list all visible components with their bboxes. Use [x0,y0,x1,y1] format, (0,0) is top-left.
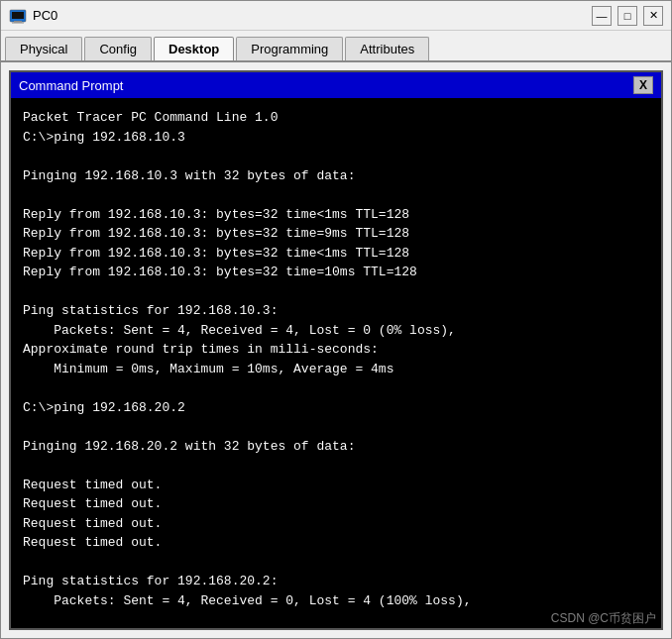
tab-physical[interactable]: Physical [5,37,82,60]
close-button[interactable]: ✕ [643,6,663,26]
title-bar: PC0 — □ ✕ [1,1,671,31]
window-icon [9,7,27,25]
window-title: PC0 [33,8,592,23]
cmd-title: Command Prompt [19,78,123,93]
cmd-body[interactable]: Packet Tracer PC Command Line 1.0 C:\>pi… [11,98,661,628]
cmd-output: Packet Tracer PC Command Line 1.0 C:\>pi… [23,108,649,628]
tab-config[interactable]: Config [84,37,152,60]
svg-rect-3 [12,22,24,23]
svg-rect-1 [12,12,24,19]
maximize-button[interactable]: □ [617,6,637,26]
cmd-close-button[interactable]: X [633,76,653,94]
svg-rect-2 [14,21,22,23]
watermark: CSDN @C币贫困户 [551,610,656,627]
tab-bar: Physical Config Desktop Programming Attr… [1,31,671,62]
tab-programming[interactable]: Programming [236,37,343,60]
minimize-button[interactable]: — [592,6,612,26]
content-area: Command Prompt X Packet Tracer PC Comman… [1,62,671,638]
tab-attributes[interactable]: Attributes [345,37,429,60]
main-window: PC0 — □ ✕ Physical Config Desktop Progra… [0,0,672,639]
cmd-window: Command Prompt X Packet Tracer PC Comman… [9,70,663,630]
tab-desktop[interactable]: Desktop [154,37,234,62]
cmd-titlebar: Command Prompt X [11,72,661,98]
window-controls: — □ ✕ [592,6,663,26]
